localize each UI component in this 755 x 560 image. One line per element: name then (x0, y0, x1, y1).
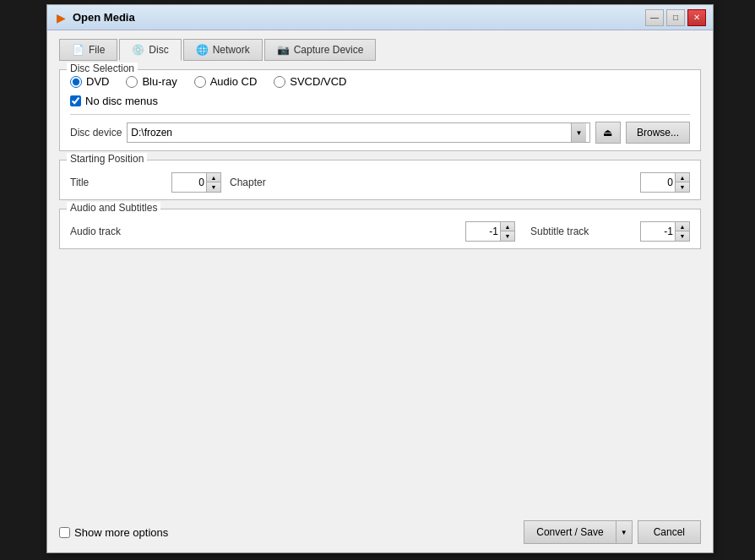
eject-icon: ⏏ (603, 127, 612, 139)
audio-row: Audio track ▲ ▼ Subtitle track (70, 216, 690, 242)
no-disc-menus-checkbox-item[interactable]: No disc menus (70, 95, 690, 107)
maximize-button[interactable]: □ (666, 9, 685, 26)
disc-selection-section: Disc Selection DVD Blu-ray Audio CD (59, 69, 701, 151)
disc-selection-title: Disc Selection (67, 63, 138, 74)
dialog-titlebar: ▶ Open Media — □ ✕ (47, 5, 713, 30)
show-more-label: Show more options (74, 526, 168, 539)
audio-spinbox-buttons: ▲ ▼ (500, 222, 514, 241)
subtitle-track-label: Subtitle track (530, 226, 632, 237)
no-disc-menus-label: No disc menus (85, 95, 158, 107)
minimize-button[interactable]: — (645, 9, 664, 26)
tab-disc[interactable]: 💿 Disc (119, 39, 181, 61)
no-disc-menus-checkbox[interactable] (70, 95, 81, 106)
cancel-button[interactable]: Cancel (638, 520, 701, 544)
separator (70, 114, 690, 115)
browse-label: Browse... (637, 127, 679, 139)
audio-subtitles-title: Audio and Subtitles (67, 202, 160, 214)
position-row: Title ▲ ▼ Chapter (70, 167, 690, 193)
show-more-checkbox[interactable] (59, 527, 70, 538)
eject-button[interactable]: ⏏ (595, 122, 621, 144)
subtitle-spinbox-buttons: ▲ ▼ (675, 222, 689, 241)
tab-file-label: File (89, 44, 105, 56)
disc-icon: 💿 (132, 44, 144, 56)
tab-network-label: Network (213, 44, 250, 56)
audiocd-radio-item[interactable]: Audio CD (194, 75, 258, 88)
audiocd-label: Audio CD (210, 75, 258, 88)
bluray-label: Blu-ray (142, 75, 177, 88)
device-row: Disc device D:\frozen ▼ ⏏ Browse... (70, 122, 690, 144)
svcd-label: SVCD/VCD (290, 75, 346, 88)
browse-button[interactable]: Browse... (626, 122, 690, 144)
subtitle-spin-down[interactable]: ▼ (676, 231, 689, 241)
title-label: Title (70, 177, 171, 188)
svcd-radio[interactable] (274, 76, 285, 88)
svcd-radio-item[interactable]: SVCD/VCD (274, 75, 346, 88)
convert-dropdown-button[interactable]: ▼ (616, 520, 633, 544)
chapter-value[interactable] (641, 173, 675, 192)
audio-spin-up[interactable]: ▲ (501, 222, 514, 231)
starting-position-title: Starting Position (67, 153, 147, 165)
tab-disc-label: Disc (149, 44, 168, 56)
convert-save-group: Convert / Save ▼ (524, 520, 632, 544)
convert-save-button[interactable]: Convert / Save (524, 520, 615, 544)
cancel-label: Cancel (654, 526, 685, 538)
title-value[interactable] (172, 173, 206, 192)
chapter-spin-up[interactable]: ▲ (676, 173, 689, 182)
tab-network[interactable]: 🌐 Network (183, 39, 263, 61)
title-spin-up[interactable]: ▲ (207, 173, 220, 182)
device-combo[interactable]: D:\frozen ▼ (127, 122, 590, 143)
capture-icon: 📷 (277, 44, 290, 56)
title-spinbox-buttons: ▲ ▼ (206, 173, 220, 192)
spacer (59, 258, 701, 325)
file-icon: 📄 (72, 44, 84, 56)
close-button[interactable]: ✕ (687, 9, 706, 26)
dvd-radio[interactable] (70, 76, 82, 88)
audio-track-label: Audio track (70, 226, 188, 237)
tab-file[interactable]: 📄 File (59, 39, 117, 61)
dialog-title: Open Media (73, 11, 645, 24)
dialog-icon: ▶ (54, 11, 68, 24)
audio-spin-down[interactable]: ▼ (501, 231, 514, 241)
title-spin-down[interactable]: ▼ (207, 182, 220, 192)
starting-position-section: Starting Position Title ▲ ▼ Chapter (59, 160, 701, 200)
show-more-options[interactable]: Show more options (59, 526, 168, 539)
dvd-radio-item[interactable]: DVD (70, 75, 109, 88)
subtitle-spin-up[interactable]: ▲ (676, 222, 689, 231)
dialog-content: 📄 File 💿 Disc 🌐 Network 📷 Capture Device (47, 30, 713, 334)
chapter-spin-down[interactable]: ▼ (676, 182, 689, 192)
chapter-spinbox-buttons: ▲ ▼ (675, 173, 689, 192)
device-value: D:\frozen (131, 127, 172, 139)
combo-arrow-icon[interactable]: ▼ (571, 123, 586, 142)
dvd-label: DVD (86, 75, 109, 88)
convert-save-label: Convert / Save (536, 526, 603, 538)
bluray-radio-item[interactable]: Blu-ray (126, 75, 177, 88)
open-media-dialog: ▶ Open Media — □ ✕ 📄 File 💿 Disc (46, 4, 714, 553)
titlebar-buttons: — □ ✕ (645, 9, 706, 26)
chapter-label: Chapter (230, 177, 314, 188)
audio-spinbox[interactable]: ▲ ▼ (465, 221, 515, 242)
tab-capture[interactable]: 📷 Capture Device (264, 39, 377, 61)
chapter-spinbox[interactable]: ▲ ▼ (640, 172, 690, 193)
audio-value[interactable] (466, 222, 500, 241)
bottom-bar: Show more options Convert / Save ▼ Cance… (59, 520, 701, 544)
disc-type-radio-group: DVD Blu-ray Audio CD SVCD/VCD (70, 75, 690, 88)
subtitle-spinbox[interactable]: ▲ ▼ (640, 221, 690, 242)
bottom-buttons: Convert / Save ▼ Cancel (524, 520, 701, 544)
tab-capture-label: Capture Device (294, 44, 364, 56)
tab-bar: 📄 File 💿 Disc 🌐 Network 📷 Capture Device (59, 39, 701, 61)
device-label: Disc device (70, 127, 122, 139)
network-icon: 🌐 (196, 44, 209, 56)
audio-subtitles-section: Audio and Subtitles Audio track ▲ ▼ (59, 209, 701, 249)
title-spinbox[interactable]: ▲ ▼ (171, 172, 221, 193)
bluray-radio[interactable] (126, 76, 138, 88)
audiocd-radio[interactable] (194, 76, 206, 88)
subtitle-value[interactable] (641, 222, 675, 241)
